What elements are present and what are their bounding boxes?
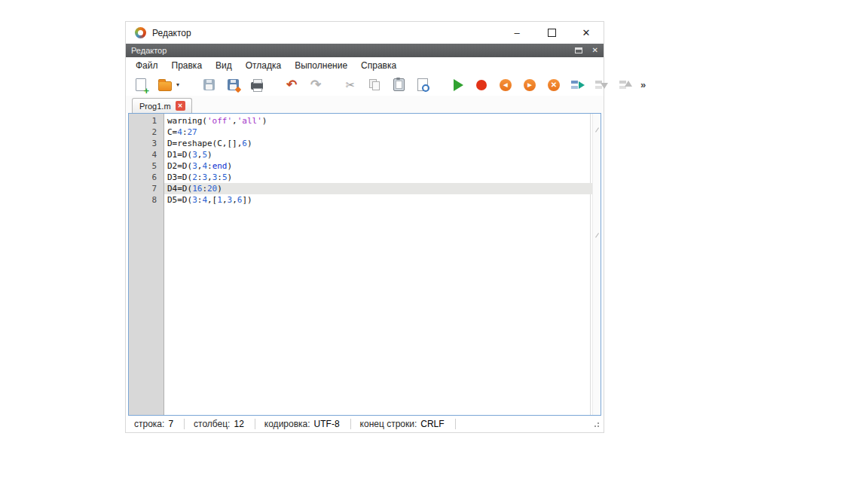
- line-number[interactable]: 1: [129, 115, 157, 127]
- code-line[interactable]: C=4:27: [164, 127, 592, 138]
- code-line-current[interactable]: D4=D(16:20): [164, 183, 592, 194]
- paste-button[interactable]: [390, 77, 407, 93]
- window-title: Редактор: [152, 28, 191, 38]
- paste-icon: [393, 78, 405, 91]
- step-button[interactable]: [570, 77, 586, 93]
- next-breakpoint-button[interactable]: ▶: [521, 77, 538, 93]
- maximize-icon: [548, 29, 556, 37]
- code-line[interactable]: D5=D(3:4,[1,3,6]): [164, 194, 592, 206]
- app-logo-icon: [135, 27, 146, 38]
- menu-view[interactable]: Вид: [209, 60, 239, 71]
- resize-grip[interactable]: [592, 420, 600, 428]
- copy-button[interactable]: [366, 77, 383, 93]
- tab-label: Prog1.m: [139, 102, 171, 111]
- menu-help[interactable]: Справка: [354, 60, 403, 71]
- save-as-button[interactable]: [225, 77, 241, 93]
- pencil-accent-icon: [234, 87, 240, 93]
- menu-debug[interactable]: Отладка: [239, 60, 288, 71]
- toolbar-overflow-button[interactable]: »: [640, 79, 646, 90]
- line-number[interactable]: 6: [129, 172, 157, 183]
- status-eol-label: конец строки:: [360, 419, 417, 429]
- find-replace-button[interactable]: [414, 77, 431, 93]
- step-in-button[interactable]: [594, 77, 610, 93]
- plus-icon: +: [143, 86, 149, 96]
- undo-button[interactable]: ↶: [283, 77, 300, 93]
- open-dropdown-caret-icon[interactable]: ▾: [176, 81, 182, 88]
- code-line[interactable]: D2=D(3,4:end): [164, 160, 592, 172]
- line-number[interactable]: 7: [129, 183, 157, 194]
- scrollbar[interactable]: [592, 114, 601, 415]
- undo-icon: ↶: [286, 78, 297, 91]
- menu-edit[interactable]: Правка: [165, 60, 209, 71]
- print-icon: [251, 82, 263, 90]
- status-column-value: 12: [234, 419, 243, 429]
- dock-close-icon[interactable]: ✕: [592, 47, 598, 54]
- new-script-button[interactable]: +: [133, 77, 149, 93]
- find-replace-icon: [417, 78, 428, 91]
- status-line-label: строка:: [134, 419, 164, 429]
- window-controls: – ✕: [500, 22, 604, 44]
- step-out-icon: [619, 79, 634, 91]
- toggle-breakpoint-button[interactable]: [473, 77, 490, 93]
- scrollbar-mark: [595, 127, 599, 132]
- line-number[interactable]: 4: [129, 149, 157, 160]
- code-area[interactable]: warning('off','all')C=4:27D=reshape(C,[]…: [164, 114, 592, 415]
- close-button[interactable]: ✕: [569, 22, 604, 44]
- code-lines: warning('off','all')C=4:27D=reshape(C,[]…: [164, 115, 592, 206]
- dock-title-bar[interactable]: Редактор ✕: [126, 44, 604, 57]
- previous-breakpoint-button[interactable]: ◀: [497, 77, 514, 93]
- undock-icon[interactable]: [575, 47, 582, 53]
- step-icon: [570, 79, 585, 91]
- magnifier-icon: [422, 84, 429, 92]
- line-number[interactable]: 2: [129, 127, 157, 138]
- save-as-icon: [228, 79, 239, 90]
- code-line[interactable]: warning('off','all'): [164, 115, 592, 127]
- open-file-button[interactable]: [157, 77, 173, 93]
- folder-icon: [158, 81, 172, 91]
- next-breakpoint-icon: ▶: [524, 79, 536, 91]
- print-button[interactable]: [249, 77, 265, 93]
- status-line-value: 7: [168, 419, 173, 429]
- close-icon: ✕: [582, 27, 591, 38]
- editor-window: Редактор – ✕ Редактор ✕ Файл Правка Вид …: [125, 21, 604, 433]
- scrollbar-mark: [595, 233, 599, 237]
- status-eol-value: CRLF: [420, 419, 444, 429]
- line-number[interactable]: 3: [129, 138, 157, 149]
- status-separator: [350, 419, 351, 429]
- tab-prog1[interactable]: Prog1.m ✕: [132, 98, 192, 113]
- code-line[interactable]: D1=D(3,5): [164, 149, 592, 160]
- line-number[interactable]: 8: [129, 194, 157, 206]
- tab-close-icon[interactable]: ✕: [176, 101, 185, 111]
- window-title-bar[interactable]: Редактор – ✕: [126, 22, 604, 44]
- dock-controls: ✕: [575, 47, 598, 54]
- menu-run[interactable]: Выполнение: [288, 60, 354, 71]
- previous-breakpoint-icon: ◀: [500, 79, 512, 91]
- step-in-icon: [594, 79, 610, 91]
- copy-icon: [369, 79, 380, 90]
- tab-bar: Prog1.m ✕: [126, 96, 604, 113]
- minimize-button[interactable]: –: [500, 22, 534, 44]
- redo-button[interactable]: ↷: [307, 77, 324, 93]
- cut-button[interactable]: ✂: [342, 77, 359, 93]
- redo-icon: ↷: [310, 78, 321, 91]
- line-number-gutter: 12345678: [129, 114, 164, 415]
- run-button[interactable]: [449, 77, 466, 93]
- line-number[interactable]: 5: [129, 160, 157, 172]
- toolbar: + ▾ ↶ ↷ ✂: [126, 74, 604, 96]
- maximize-button[interactable]: [534, 22, 569, 44]
- breakpoint-icon: [476, 80, 487, 90]
- step-out-button[interactable]: [618, 77, 634, 93]
- cut-icon: ✂: [346, 79, 356, 90]
- status-encoding-label: кодировка:: [264, 419, 310, 429]
- save-button[interactable]: [200, 77, 217, 93]
- code-line[interactable]: D=reshape(C,[],6): [164, 138, 592, 149]
- run-icon: [454, 79, 463, 91]
- status-encoding: кодировка: UTF-8: [261, 419, 343, 429]
- editor-pane[interactable]: 12345678 warning('off','all')C=4:27D=res…: [128, 113, 601, 416]
- status-bar: строка: 7 столбец: 12 кодировка: UTF-8 к…: [126, 416, 604, 432]
- menu-file[interactable]: Файл: [129, 60, 165, 71]
- clear-breakpoints-icon: ✕: [548, 79, 560, 91]
- status-encoding-value: UTF-8: [314, 419, 340, 429]
- clear-breakpoints-button[interactable]: ✕: [546, 77, 562, 93]
- code-line[interactable]: D3=D(2:3,3:5): [164, 172, 592, 183]
